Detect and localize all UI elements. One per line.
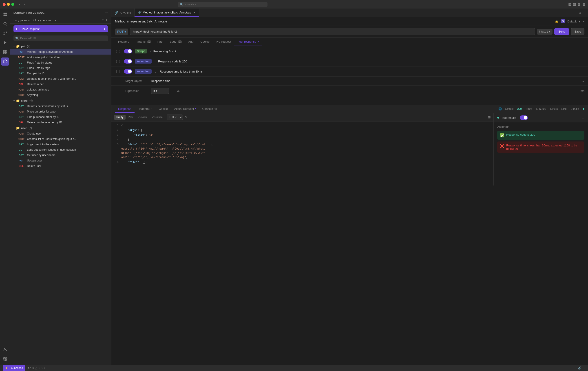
- assertion2-toggle[interactable]: [124, 69, 132, 74]
- global-search[interactable]: 🔍: [178, 2, 267, 7]
- maximize-button[interactable]: [11, 3, 14, 6]
- assertion1-toggle[interactable]: [124, 59, 132, 64]
- target-dropdown-icon[interactable]: ⌄: [582, 79, 584, 83]
- tab-headers[interactable]: Headers: [115, 38, 132, 46]
- tab-method-active[interactable]: 🔗 Method: images.asyncBatchAnnotate ✕: [135, 9, 199, 17]
- group-user[interactable]: ▾ 📁 user (7): [10, 125, 111, 131]
- http-request-button[interactable]: HTTP1/2 Request ▾: [13, 25, 108, 32]
- script-tag-badge[interactable]: Script: [135, 49, 147, 53]
- script-expand-arrow[interactable]: ›: [150, 49, 151, 53]
- tree-item-post-uploadimage[interactable]: POST uploads an image: [10, 87, 111, 92]
- tree-item-post-addpet[interactable]: POST Add a new pet to the store: [10, 54, 111, 60]
- format-preview-button[interactable]: Preview: [136, 115, 150, 120]
- tree-item-get-orderbyid[interactable]: GET Find purchase order by ID: [10, 114, 111, 120]
- tab-postresponse[interactable]: Post-response •: [234, 38, 262, 46]
- split-editor-icon[interactable]: ⊟: [578, 11, 581, 14]
- assertion1-expand-arrow[interactable]: ›: [154, 60, 155, 63]
- tree-item-get-login[interactable]: GET Logs user into the system: [10, 142, 111, 147]
- tree-item-get-logout[interactable]: GET Logs out current logged in user sess…: [10, 147, 111, 152]
- test-results-toggle[interactable]: [520, 116, 528, 120]
- drag-handle-icon[interactable]: ⋮⋮: [115, 60, 121, 63]
- tree-item-put-method[interactable]: PUT Method: images.asyncBatchAnnotate: [10, 49, 111, 54]
- url-input[interactable]: [130, 28, 535, 35]
- expand-data-icon[interactable]: ›: [211, 143, 213, 148]
- back-button[interactable]: ‹: [18, 2, 21, 7]
- tab-body[interactable]: Body 1: [167, 38, 185, 46]
- tab-path[interactable]: Path: [154, 38, 167, 46]
- tab-params[interactable]: Params 1: [132, 38, 154, 46]
- save-button[interactable]: Save: [571, 28, 584, 35]
- extensions-activity-item[interactable]: [1, 48, 9, 56]
- search-activity-item[interactable]: [1, 20, 9, 28]
- forward-button[interactable]: ›: [22, 2, 26, 7]
- sidebar-toggle-icon[interactable]: ⊟: [568, 2, 571, 7]
- tree-item-post-order[interactable]: POST Place an order for a pet: [10, 109, 111, 114]
- layout-icon[interactable]: ⊞: [578, 2, 581, 7]
- run-activity-item[interactable]: [1, 39, 9, 47]
- tab-close-button[interactable]: ✕: [193, 11, 196, 14]
- tree-item-get-petsstatus[interactable]: GET Finds Pets by status: [10, 60, 111, 65]
- format-raw-button[interactable]: Raw: [126, 115, 136, 120]
- group-pet[interactable]: ▾ 📁 pet (9): [10, 43, 111, 49]
- expand-panel-icon[interactable]: ⊞: [582, 116, 584, 119]
- search-input[interactable]: [185, 3, 265, 6]
- send-button[interactable]: Send: [554, 28, 569, 35]
- tree-item-get-petsbytags[interactable]: GET Finds Pets by tags: [10, 65, 111, 71]
- tree-item-get-petbyid[interactable]: GET Find pet by ID: [10, 71, 111, 76]
- tree-item-del-order[interactable]: DEL Delete purchase order by ID: [10, 120, 111, 125]
- tree-item-post-anything[interactable]: POST Anything: [10, 92, 111, 98]
- settings-activity-item[interactable]: [1, 355, 9, 363]
- drag-handle-icon[interactable]: ⋮⋮: [115, 70, 121, 73]
- tab-cookie[interactable]: Cookie: [197, 38, 213, 46]
- expression-selector[interactable]: lt ▾: [151, 88, 169, 94]
- assertion2-expand-arrow[interactable]: ⌄: [154, 70, 157, 73]
- download-icon[interactable]: ⬇: [105, 19, 108, 22]
- account-activity-item[interactable]: [1, 345, 9, 353]
- more-icon[interactable]: ≡: [583, 20, 584, 23]
- bottom-tab-response[interactable]: Response: [115, 105, 135, 113]
- script-toggle[interactable]: [124, 49, 132, 53]
- profile-dropdown-icon[interactable]: ▾: [579, 20, 580, 23]
- tree-item-put-updateuser[interactable]: PUT Update user: [10, 158, 111, 163]
- copy-icon[interactable]: ⧉: [185, 116, 187, 119]
- tree-item-get-inventory[interactable]: GET Returns pet inventories by status: [10, 104, 111, 109]
- method-selector[interactable]: PUT ▾: [115, 29, 128, 35]
- launchpad-button[interactable]: ⚡ Launchpad: [3, 365, 25, 371]
- tab-anything[interactable]: 🔗 Anything: [111, 9, 135, 17]
- bottom-tab-cookie[interactable]: Cookie: [156, 105, 171, 113]
- bottom-tab-actualrequest[interactable]: Actual Request •: [171, 105, 199, 113]
- close-button[interactable]: [3, 3, 6, 6]
- upload-icon[interactable]: ⬆: [102, 19, 104, 22]
- tree-item-get-userbyname[interactable]: GET Get user by user name: [10, 152, 111, 158]
- expand-response-icon[interactable]: ⊞: [488, 116, 491, 119]
- cloud-activity-item[interactable]: [1, 57, 9, 65]
- format-visualize-button[interactable]: Visualize: [150, 115, 165, 120]
- grid-icon[interactable]: ⊞: [582, 2, 585, 7]
- panel-toggle-icon[interactable]: ⊟: [573, 2, 576, 7]
- bottom-tab-console[interactable]: Console (1): [199, 105, 220, 113]
- workspace-dropdown-icon[interactable]: ▾: [55, 19, 56, 21]
- drag-handle-icon[interactable]: ⋮⋮: [115, 49, 121, 53]
- minimize-button[interactable]: [7, 3, 10, 6]
- encoding-selector[interactable]: UTF-8: [167, 115, 183, 120]
- bottom-tab-headers[interactable]: Headers (7): [135, 105, 156, 113]
- sidebar-search-box[interactable]: 🔍: [13, 35, 108, 41]
- assertion2-tag-badge[interactable]: Assertion: [135, 69, 152, 74]
- explorer-activity-item[interactable]: [1, 10, 9, 18]
- branch-activity-item[interactable]: [1, 29, 9, 37]
- tree-item-del-user[interactable]: DEL Delete user: [10, 163, 111, 169]
- tree-item-del-pet[interactable]: DEL Deletes a pet: [10, 82, 111, 87]
- sidebar-menu-button[interactable]: ···: [105, 11, 108, 15]
- tree-item-post-updatepet[interactable]: POST Updates a pet in the store with for…: [10, 76, 111, 82]
- http-version-selector[interactable]: http/1.1 ▾: [537, 29, 553, 35]
- assertion1-tag-badge[interactable]: Assertion: [135, 59, 152, 64]
- statusbar-link-icon[interactable]: 🔗: [578, 367, 581, 370]
- group-store[interactable]: ▾ 📁 store (4): [10, 98, 111, 104]
- more-actions-icon[interactable]: ···: [583, 11, 585, 14]
- tab-prerequest[interactable]: Pre-request: [213, 38, 234, 46]
- sidebar-search-input[interactable]: [20, 37, 106, 40]
- format-pretty-button[interactable]: Pretty: [114, 115, 126, 120]
- tree-item-post-createuserslist[interactable]: POST Creates list of users with given in…: [10, 136, 111, 142]
- tree-item-post-createuser[interactable]: POST Create user: [10, 131, 111, 136]
- tab-auth[interactable]: Auth: [185, 38, 197, 46]
